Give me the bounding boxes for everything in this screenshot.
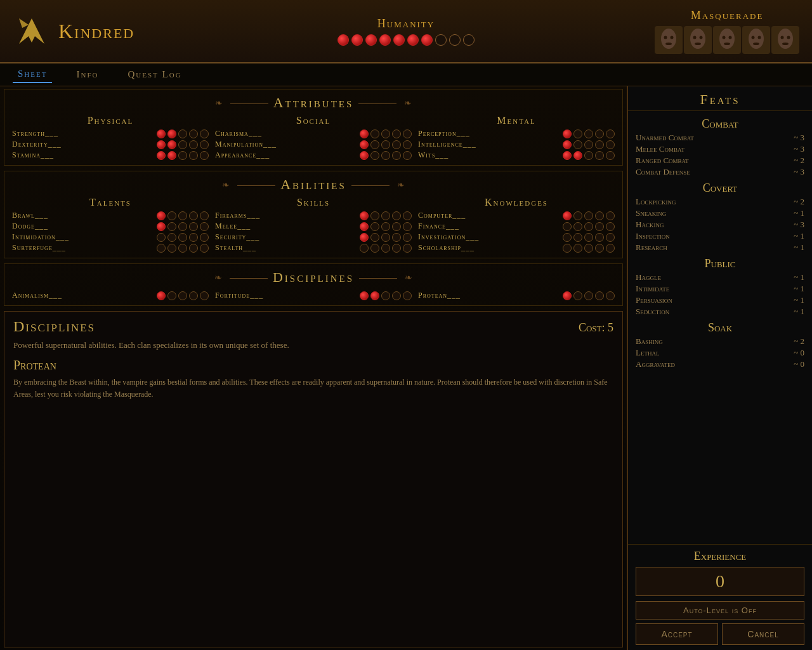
stat-dot[interactable]: [606, 211, 615, 220]
humanity-dot-6[interactable]: [421, 34, 433, 46]
stat-dot[interactable]: [167, 151, 176, 160]
stat-dot[interactable]: [200, 211, 209, 220]
stat-dot[interactable]: [403, 129, 412, 138]
stat-dot[interactable]: [189, 291, 198, 300]
stat-dot[interactable]: [167, 222, 176, 231]
stat-dot[interactable]: [563, 233, 572, 242]
stat-dot[interactable]: [584, 233, 593, 242]
stat-dot[interactable]: [178, 233, 187, 242]
stat-dot[interactable]: [157, 244, 166, 253]
stat-dot[interactable]: [370, 291, 379, 300]
stat-dot[interactable]: [189, 233, 198, 242]
autolevel-button[interactable]: Auto-Level is Off: [636, 601, 804, 620]
stat-dot[interactable]: [370, 129, 379, 138]
stat-dot[interactable]: [595, 140, 604, 149]
stat-dot[interactable]: [573, 222, 582, 231]
stat-dot[interactable]: [157, 129, 166, 138]
stat-dot[interactable]: [200, 244, 209, 253]
humanity-dot-0[interactable]: [337, 34, 349, 46]
stat-dot[interactable]: [403, 233, 412, 242]
stat-dot[interactable]: [189, 151, 198, 160]
stat-dot[interactable]: [584, 291, 593, 300]
humanity-dot-5[interactable]: [407, 34, 419, 46]
stat-dot[interactable]: [360, 233, 369, 242]
stat-dot[interactable]: [157, 151, 166, 160]
stat-dot[interactable]: [178, 129, 187, 138]
stat-dot[interactable]: [381, 151, 390, 160]
stat-dot[interactable]: [157, 211, 166, 220]
stat-dot[interactable]: [381, 129, 390, 138]
stat-dot[interactable]: [392, 151, 401, 160]
stat-dot[interactable]: [595, 244, 604, 253]
stat-dot[interactable]: [403, 244, 412, 253]
stat-dot[interactable]: [178, 244, 187, 253]
stat-dot[interactable]: [595, 129, 604, 138]
stat-dot[interactable]: [584, 211, 593, 220]
stat-dot[interactable]: [573, 151, 582, 160]
stat-dot[interactable]: [360, 140, 369, 149]
stat-dot[interactable]: [360, 151, 369, 160]
stat-dot[interactable]: [167, 233, 176, 242]
stat-dot[interactable]: [178, 140, 187, 149]
stat-dot[interactable]: [189, 129, 198, 138]
stat-dot[interactable]: [595, 151, 604, 160]
stat-dot[interactable]: [606, 151, 615, 160]
stat-dot[interactable]: [595, 211, 604, 220]
stat-dot[interactable]: [573, 129, 582, 138]
stat-dot[interactable]: [360, 211, 369, 220]
stat-dot[interactable]: [167, 140, 176, 149]
stat-dot[interactable]: [563, 222, 572, 231]
stat-dot[interactable]: [573, 211, 582, 220]
stat-dot[interactable]: [167, 291, 176, 300]
stat-dot[interactable]: [563, 151, 572, 160]
stat-dot[interactable]: [178, 291, 187, 300]
stat-dot[interactable]: [381, 291, 390, 300]
stat-dot[interactable]: [200, 129, 209, 138]
tab-info[interactable]: Info: [71, 67, 103, 83]
stat-dot[interactable]: [200, 291, 209, 300]
humanity-dots[interactable]: [337, 34, 475, 46]
stat-dot[interactable]: [403, 291, 412, 300]
humanity-dot-2[interactable]: [365, 34, 377, 46]
stat-dot[interactable]: [157, 233, 166, 242]
stat-dot[interactable]: [178, 222, 187, 231]
humanity-dot-4[interactable]: [393, 34, 405, 46]
stat-dot[interactable]: [595, 222, 604, 231]
stat-dot[interactable]: [370, 151, 379, 160]
stat-dot[interactable]: [370, 244, 379, 253]
stat-dot[interactable]: [563, 140, 572, 149]
stat-dot[interactable]: [157, 140, 166, 149]
stat-dot[interactable]: [584, 151, 593, 160]
stat-dot[interactable]: [381, 140, 390, 149]
stat-dot[interactable]: [403, 140, 412, 149]
stat-dot[interactable]: [392, 211, 401, 220]
stat-dot[interactable]: [370, 140, 379, 149]
stat-dot[interactable]: [189, 222, 198, 231]
stat-dot[interactable]: [606, 244, 615, 253]
stat-dot[interactable]: [563, 291, 572, 300]
stat-dot[interactable]: [360, 244, 369, 253]
stat-dot[interactable]: [189, 211, 198, 220]
stat-dot[interactable]: [360, 222, 369, 231]
stat-dot[interactable]: [606, 233, 615, 242]
stat-dot[interactable]: [563, 211, 572, 220]
stat-dot[interactable]: [606, 129, 615, 138]
stat-dot[interactable]: [584, 140, 593, 149]
stat-dot[interactable]: [167, 244, 176, 253]
stat-dot[interactable]: [178, 211, 187, 220]
stat-dot[interactable]: [403, 151, 412, 160]
stat-dot[interactable]: [573, 140, 582, 149]
humanity-dot-7[interactable]: [435, 34, 447, 46]
stat-dot[interactable]: [157, 222, 166, 231]
stat-dot[interactable]: [392, 222, 401, 231]
stat-dot[interactable]: [392, 140, 401, 149]
stat-dot[interactable]: [370, 222, 379, 231]
stat-dot[interactable]: [178, 151, 187, 160]
tab-sheet[interactable]: Sheet: [13, 66, 52, 83]
stat-dot[interactable]: [381, 222, 390, 231]
stat-dot[interactable]: [200, 140, 209, 149]
stat-dot[interactable]: [392, 291, 401, 300]
stat-dot[interactable]: [573, 244, 582, 253]
stat-dot[interactable]: [392, 129, 401, 138]
stat-dot[interactable]: [189, 244, 198, 253]
